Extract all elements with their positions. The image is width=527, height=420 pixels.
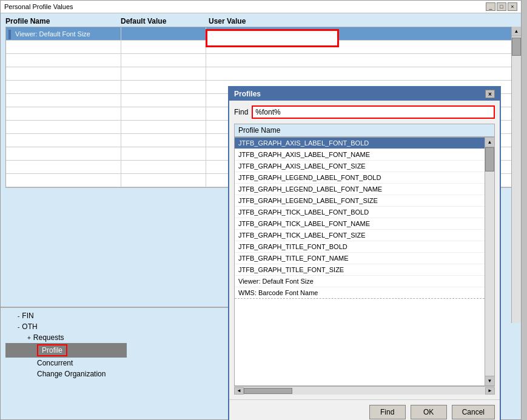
list-item[interactable]: JTFB_GRAPH_TITLE_FONT_NAME xyxy=(235,253,485,264)
dialog-close-button[interactable]: × xyxy=(485,90,495,98)
scrollbar-thumb[interactable] xyxy=(485,147,494,172)
cell-default-value xyxy=(121,41,206,53)
tree-item-requests[interactable]: + Requests xyxy=(5,332,223,343)
cell-default-value xyxy=(121,81,206,93)
table-row[interactable] xyxy=(6,67,515,81)
cell-default-value xyxy=(121,107,206,120)
cell-profile-name: Viewer: Default Font Size xyxy=(6,27,121,40)
cell-profile-name xyxy=(6,147,121,160)
tree-icon-requests: + xyxy=(27,335,31,341)
hscroll-thumb[interactable] xyxy=(244,388,292,394)
cell-profile-name xyxy=(6,67,121,80)
cell-default-value xyxy=(121,121,206,133)
bottom-tree-panel: - FIN - OTH + Requests Profile xyxy=(1,307,228,419)
cell-user-value[interactable] xyxy=(206,54,515,67)
hscroll-left-btn[interactable]: ◄ xyxy=(234,387,244,395)
dialog-body: Find Profile Name JTFB_GRAPH_AXIS_LABEL_… xyxy=(229,101,500,399)
list-scrollbar[interactable]: ▲ ▼ xyxy=(485,138,494,385)
tree-item-fin[interactable]: - FIN xyxy=(5,310,223,321)
list-item[interactable]: JTFB_GRAPH_TICK_LABEL_FONT_SIZE xyxy=(235,230,485,241)
tree-label-oth: OTH xyxy=(22,322,37,331)
cell-profile-name xyxy=(6,107,121,120)
scrollbar-up-btn[interactable]: ▲ xyxy=(485,138,494,147)
list-item[interactable]: JTFB_GRAPH_LEGEND_LABEL_FONT_NAME xyxy=(235,184,485,195)
find-label: Find xyxy=(234,108,248,116)
list-item[interactable]: WMS: Barcode Font Name xyxy=(235,287,485,299)
window-title: Personal Profile Values xyxy=(4,3,73,10)
cell-default-value xyxy=(121,27,206,40)
list-item[interactable]: JTFB_GRAPH_TITLE_FONT_BOLD xyxy=(235,241,485,253)
hscroll-track[interactable] xyxy=(244,387,485,395)
minimize-button[interactable]: _ xyxy=(486,2,495,11)
restore-button[interactable]: □ xyxy=(497,2,506,11)
profile-list-container: JTFB_GRAPH_AXIS_LABEL_FONT_BOLD JTFB_GRA… xyxy=(234,137,495,386)
tree-area: - FIN - OTH + Requests Profile xyxy=(5,310,223,379)
list-item[interactable]: JTFB_GRAPH_AXIS_LABEL_FONT_BOLD xyxy=(235,138,485,149)
list-horizontal-scrollbar[interactable]: ◄ ► xyxy=(234,386,495,395)
dialog-title-bar: Profiles × xyxy=(229,87,500,101)
cell-user-value[interactable] xyxy=(206,67,515,80)
list-item[interactable]: JTFB_GRAPH_TICK_LABEL_FONT_BOLD xyxy=(235,207,485,218)
find-row: Find xyxy=(234,105,495,119)
close-button[interactable]: × xyxy=(508,2,517,11)
cell-default-value xyxy=(121,54,206,67)
cancel-button[interactable]: Cancel xyxy=(452,405,495,419)
header-user-value: User Value xyxy=(209,17,516,25)
main-window: Personal Profile Values _ □ × Profile Na… xyxy=(0,0,522,420)
table-row[interactable] xyxy=(6,54,515,67)
header-profile-name: Profile Name xyxy=(5,17,121,25)
list-item[interactable]: Viewer: Default Font Size xyxy=(235,276,485,287)
list-item[interactable]: JTFB_GRAPH_TITLE_FONT_SIZE xyxy=(235,264,485,276)
cell-default-value xyxy=(121,147,206,160)
list-item[interactable]: JTFB_GRAPH_AXIS_LABEL_FONT_NAME xyxy=(235,149,485,161)
cell-profile-name xyxy=(6,161,121,173)
tree-item-change-org[interactable]: Change Organization xyxy=(5,368,223,379)
tree-item-oth[interactable]: - OTH xyxy=(5,321,223,332)
dialog-footer: Find OK Cancel xyxy=(229,399,500,420)
user-value-highlight[interactable] xyxy=(206,29,339,47)
hscroll-right-btn[interactable]: ► xyxy=(485,387,495,395)
cell-profile-name xyxy=(6,94,121,107)
cell-profile-name xyxy=(6,174,121,187)
profile-list[interactable]: JTFB_GRAPH_AXIS_LABEL_FONT_BOLD JTFB_GRA… xyxy=(235,138,485,385)
ok-button[interactable]: OK xyxy=(411,405,447,419)
tree-icon-fin: - xyxy=(18,313,19,319)
tree-label-profile-highlighted: Profile xyxy=(37,344,67,356)
list-item[interactable]: JTFB_GRAPH_AXIS_LABEL_FONT_SIZE xyxy=(235,161,485,172)
tree-label-concurrent: Concurrent xyxy=(37,359,73,367)
cell-profile-name xyxy=(6,41,121,53)
header-default-value: Default Value xyxy=(121,17,209,25)
cell-default-value xyxy=(121,67,206,80)
list-item[interactable]: JTFB_GRAPH_LEGEND_LABEL_FONT_SIZE xyxy=(235,195,485,207)
tree-label-requests: Requests xyxy=(33,333,64,342)
cell-profile-name xyxy=(6,134,121,147)
find-input[interactable] xyxy=(252,105,495,119)
table-header-row: Profile Name Default Value User Value xyxy=(1,13,521,27)
profile-list-header: Profile Name xyxy=(234,124,495,137)
dialog-title: Profiles xyxy=(234,90,261,98)
scrollbar-down-btn[interactable]: ▼ xyxy=(485,376,494,385)
tree-item-concurrent[interactable]: Concurrent xyxy=(5,358,223,368)
profiles-dialog: Profiles × Find Profile Name xyxy=(228,86,501,420)
tree-label-fin: FIN xyxy=(22,312,33,320)
title-bar: Personal Profile Values _ □ × xyxy=(1,1,521,13)
find-button[interactable]: Find xyxy=(369,405,406,419)
tree-item-profile[interactable]: Profile xyxy=(5,343,127,358)
cell-profile-name xyxy=(6,121,121,133)
cell-profile-name xyxy=(6,54,121,67)
tree-icon-oth: - xyxy=(18,324,19,330)
scrollbar-track[interactable] xyxy=(485,147,494,376)
cell-default-value xyxy=(121,134,206,147)
tree-label-change-org: Change Organization xyxy=(37,370,106,378)
list-item[interactable]: JTFB_GRAPH_TICK_LABEL_FONT_NAME xyxy=(235,218,485,230)
cell-profile-name xyxy=(6,81,121,93)
cell-default-value xyxy=(121,161,206,173)
main-scrollbar[interactable]: ▲ xyxy=(511,27,521,323)
cell-default-value xyxy=(121,94,206,107)
cell-default-value xyxy=(121,174,206,187)
list-item[interactable]: JTFB_GRAPH_LEGEND_LABEL_FONT_BOLD xyxy=(235,172,485,184)
window-controls: _ □ × xyxy=(486,2,517,11)
